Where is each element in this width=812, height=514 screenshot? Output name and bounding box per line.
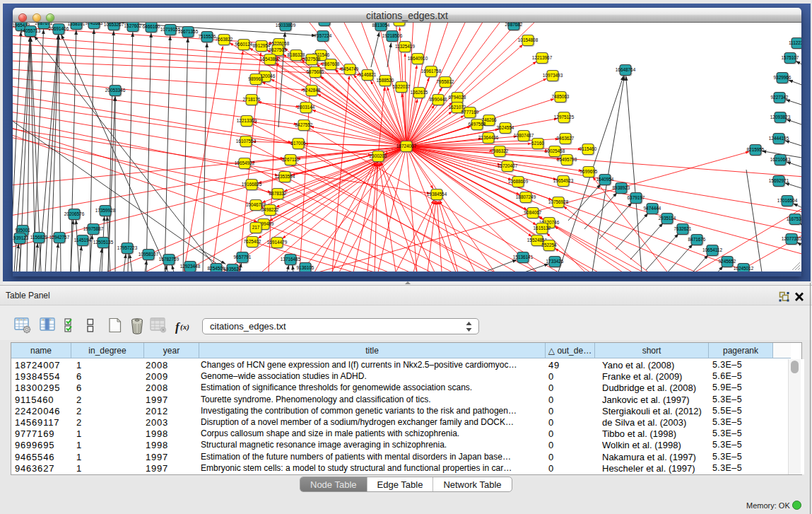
svg-text:20206576: 20206576 [64,211,85,216]
svg-text:6497568: 6497568 [469,122,486,127]
svg-text:1939123: 1939123 [13,235,29,240]
svg-text:9146821: 9146821 [359,72,377,77]
svg-text:5875685: 5875685 [307,69,324,74]
svg-text:16543862: 16543862 [260,57,281,62]
svg-text:12213967: 12213967 [532,55,553,60]
svg-text:10973493: 10973493 [543,73,563,78]
svg-text:617006: 617006 [290,141,306,146]
svg-text:2867608: 2867608 [322,62,340,66]
svg-text:10653267: 10653267 [104,23,124,27]
svg-text:17359928: 17359928 [95,208,116,213]
svg-text:7955812: 7955812 [437,79,454,84]
svg-text:16033809: 16033809 [276,23,296,28]
svg-text:16210643: 16210643 [770,157,791,162]
svg-text:1167534: 1167534 [787,216,801,221]
svg-text:2718176: 2718176 [243,97,261,102]
svg-text:8912954: 8912954 [253,43,271,48]
svg-text:7632621: 7632621 [674,226,692,231]
svg-text:12353594: 12353594 [275,174,295,179]
svg-text:12093823: 12093823 [770,115,791,119]
svg-text:16782759: 16782759 [159,257,180,262]
svg-text:7515526: 7515526 [199,34,216,39]
svg-text:8471676: 8471676 [688,237,706,242]
svg-text:9474444: 9474444 [644,206,661,211]
svg-text:252254: 252254 [541,243,557,247]
svg-text:17957223: 17957223 [117,245,138,250]
svg-text:1527602: 1527602 [124,23,142,28]
svg-text:9463627: 9463627 [557,136,575,141]
svg-text:1575107: 1575107 [782,55,799,60]
svg-text:9827503: 9827503 [269,47,287,52]
svg-text:16961758: 16961758 [421,69,442,74]
svg-text:2803144: 2803144 [298,105,315,110]
svg-text:217: 217 [252,225,260,230]
svg-text:14055713: 14055713 [20,28,41,33]
svg-text:20053346: 20053346 [105,88,126,93]
svg-text:1362615: 1362615 [411,90,428,95]
svg-text:12923448: 12923448 [180,264,201,269]
svg-text:15495798: 15495798 [557,157,577,162]
svg-text:2087671: 2087671 [35,23,53,25]
svg-text:18807249: 18807249 [516,194,536,199]
svg-text:1640954: 1640954 [596,177,614,182]
svg-text:1588520: 1588520 [377,78,394,83]
svg-text:8990448: 8990448 [430,97,447,102]
svg-text:12975125: 12975125 [554,115,575,119]
svg-text:17016504: 17016504 [777,198,798,203]
svg-text:16914479: 16914479 [267,240,288,245]
svg-text:9115460: 9115460 [579,146,597,151]
svg-text:7485063: 7485063 [552,94,570,99]
svg-text:10025458: 10025458 [545,148,565,153]
svg-text:(x): (x) [180,322,189,332]
svg-text:18724007: 18724007 [396,144,417,148]
svg-text:7663822: 7663822 [216,37,233,42]
svg-text:62160: 62160 [531,141,544,146]
svg-text:19384554: 19384554 [427,192,447,197]
svg-text:12942757: 12942757 [49,235,70,240]
svg-text:9657791: 9657791 [234,255,252,259]
svg-text:1156829: 1156829 [30,235,48,240]
svg-text:16648764: 16648764 [616,67,636,72]
svg-text:13716485: 13716485 [281,257,301,262]
svg-text:7625402: 7625402 [244,239,261,244]
svg-text:1145194: 1145194 [74,238,92,243]
svg-text:10154808: 10154808 [518,37,539,42]
svg-text:5322037: 5322037 [393,84,411,89]
svg-text:19975887: 19975887 [83,226,104,231]
svg-text:3498222: 3498222 [261,207,279,212]
svg-text:2300203: 2300203 [370,153,387,158]
svg-text:10688609: 10688609 [508,179,529,184]
svg-text:16671355: 16671355 [178,29,199,34]
svg-text:9227342: 9227342 [771,95,789,100]
svg-text:21364436: 21364436 [478,135,499,140]
svg-text:10654112: 10654112 [702,247,722,252]
svg-text:1615132: 1615132 [534,226,551,230]
svg-text:12505135: 12505135 [93,240,114,245]
svg-text:12077335: 12077335 [782,236,801,241]
svg-text:6466160: 6466160 [143,24,160,29]
svg-text:15692971: 15692971 [769,178,789,183]
svg-text:9329966: 9329966 [774,75,792,80]
svg-text:19654923: 19654923 [553,178,574,183]
svg-text:6379197: 6379197 [628,195,645,200]
svg-text:9245652: 9245652 [719,259,736,264]
svg-text:12444195: 12444195 [769,136,789,141]
svg-text:15136141: 15136141 [513,255,534,259]
svg-text:19166825: 19166825 [242,182,262,187]
svg-text:1935624: 1935624 [224,267,242,271]
svg-text:10958107: 10958107 [139,252,159,257]
svg-text:15720407: 15720407 [498,163,518,168]
svg-text:8813054: 8813054 [372,23,390,28]
svg-text:10807487: 10807487 [514,133,534,138]
svg-text:2087682: 2087682 [505,23,523,27]
svg-text:18640910: 18640910 [408,56,428,61]
svg-text:9242848: 9242848 [303,88,321,93]
svg-text:9327508: 9327508 [303,57,321,62]
svg-text:8454749: 8454749 [341,66,359,71]
svg-text:8215955: 8215955 [747,147,765,152]
svg-text:935001: 935001 [15,228,30,233]
svg-text:3267110: 3267110 [282,157,300,162]
svg-text:9660124: 9660124 [235,42,253,47]
svg-text:9741683: 9741683 [86,23,103,25]
svg-text:12213369: 12213369 [237,118,257,123]
